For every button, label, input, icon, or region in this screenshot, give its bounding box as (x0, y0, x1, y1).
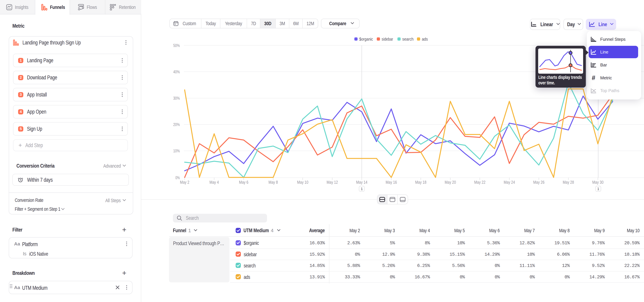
svg-text:May 24: May 24 (504, 180, 515, 184)
svg-text:40%: 40% (173, 70, 180, 74)
svg-text:May 28: May 28 (563, 180, 574, 184)
svg-text:May 6: May 6 (239, 180, 248, 184)
svg-text:20%: 20% (173, 122, 180, 127)
svg-text:May 2: May 2 (180, 180, 189, 184)
svg-text:1: 1 (597, 187, 599, 191)
svg-text:May 22: May 22 (474, 180, 486, 184)
svg-text:May 4: May 4 (210, 180, 219, 184)
svg-text:0%: 0% (176, 175, 180, 180)
svg-text:$organic: $organic (359, 36, 373, 42)
svg-text:ads: ads (422, 36, 428, 42)
svg-text:May 8: May 8 (268, 180, 278, 184)
svg-text:10%: 10% (173, 148, 180, 153)
svg-text:May 20: May 20 (445, 180, 456, 184)
svg-text:May 30: May 30 (592, 180, 604, 184)
svg-text:50%: 50% (173, 43, 180, 48)
svg-text:30%: 30% (173, 96, 180, 100)
svg-text:May 18: May 18 (415, 180, 426, 184)
svg-text:May 26: May 26 (533, 180, 544, 184)
svg-text:May 14: May 14 (356, 180, 368, 184)
svg-text:May 16: May 16 (386, 180, 397, 184)
svg-text:1: 1 (361, 187, 363, 191)
svg-text:sidebar: sidebar (382, 36, 393, 42)
svg-text:May 12: May 12 (327, 180, 338, 184)
svg-text:May 10: May 10 (297, 180, 308, 184)
svg-text:search: search (402, 36, 414, 42)
